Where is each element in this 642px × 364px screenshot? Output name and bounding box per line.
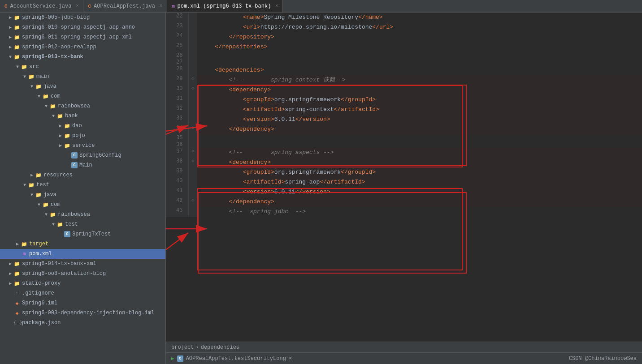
line-content: <version>6.0.11</version> bbox=[197, 187, 642, 197]
tree-item-spring6-012[interactable]: ▶ 📁 spring6-012-aop-realapp bbox=[0, 42, 165, 52]
run-close[interactable]: × bbox=[289, 355, 292, 362]
tree-item-springtxtest[interactable]: C SpringTxTest bbox=[0, 229, 165, 239]
code-line-23: 23 <url>https://repo.spring.io/milestone… bbox=[166, 22, 642, 32]
line-gutter bbox=[188, 187, 197, 197]
tree-item-gitignore[interactable]: ≡ .gitignore bbox=[0, 288, 165, 298]
line-number: 38 bbox=[166, 158, 188, 167]
line-number: 23 bbox=[166, 22, 188, 32]
arrow-icon: ▼ bbox=[36, 94, 42, 99]
tree-item-main-class[interactable]: C Main bbox=[0, 160, 165, 170]
tree-item-com-test[interactable]: ▼ 📁 com bbox=[0, 200, 165, 210]
run-class-icon: C bbox=[177, 355, 183, 362]
folder-icon: 📁 bbox=[42, 94, 49, 99]
line-number: 40 bbox=[166, 177, 188, 187]
tree-item-rainbowsea[interactable]: ▼ 📁 rainbowsea bbox=[0, 101, 165, 111]
code-line-43: 43 <!-- spring jdbc --> bbox=[166, 207, 642, 217]
iml-icon: ◆ bbox=[13, 300, 21, 306]
iml-icon: ◆ bbox=[13, 310, 21, 316]
tree-label: java bbox=[43, 83, 56, 90]
tree-item-spring6iml[interactable]: ◆ Spring6.iml bbox=[0, 298, 165, 308]
code-editor[interactable]: 22 <name>Spring Milestone Repository</na… bbox=[166, 13, 642, 342]
folder-icon: 📁 bbox=[64, 133, 71, 139]
tree-item-test[interactable]: ▼ 📁 test bbox=[0, 180, 165, 190]
tree-item-spring6-010[interactable]: ▶ 📁 spring6-010-spring-aspectj-aop-anno bbox=[0, 22, 165, 32]
tree-item-resources[interactable]: ▶ 📁 resources bbox=[0, 170, 165, 180]
tree-item-dao[interactable]: ▶ 📁 dao bbox=[0, 121, 165, 131]
arrow-icon: ▼ bbox=[50, 222, 56, 227]
tree-item-spring6-005[interactable]: ▶ 📁 spring6-005-jdbc-blog bbox=[0, 13, 165, 22]
tree-item-pojo[interactable]: ▶ 📁 pojo bbox=[0, 131, 165, 141]
line-number: 30 bbox=[166, 85, 188, 95]
tree-item-spring6-003[interactable]: ◆ spring6-003-dependency-injection-blog.… bbox=[0, 308, 165, 318]
folder-icon: 📁 bbox=[13, 15, 21, 21]
tree-item-spring6-oo8[interactable]: ▶ 📁 spring6-oo8-anotation-blog bbox=[0, 269, 165, 278]
run-label: AOPRealAppTest.testSecurityLong bbox=[186, 355, 286, 362]
tree-item-java-test[interactable]: ▼ 📁 java bbox=[0, 190, 165, 200]
tree-item-test-inner[interactable]: ▼ 📁 test bbox=[0, 219, 165, 229]
tab-close[interactable]: × bbox=[160, 4, 162, 9]
tree-label: main bbox=[36, 73, 49, 80]
tree-item-com[interactable]: ▼ 📁 com bbox=[0, 91, 165, 101]
breadcrumb-dependencies[interactable]: dependencies bbox=[201, 344, 239, 351]
tab-accountservice[interactable]: C AccountService.java × bbox=[0, 0, 83, 12]
line-gutter: ◇ bbox=[188, 124, 197, 134]
line-content: <groupId>org.springframework</groupId> bbox=[197, 167, 642, 177]
tree-item-spring6-013[interactable]: ▼ 📁 spring6-013-tx-bank bbox=[0, 52, 165, 62]
tree-label: test bbox=[65, 221, 78, 227]
line-number: 35 bbox=[166, 134, 188, 141]
tree-item-static-proxy[interactable]: ▶ 📁 static-proxy bbox=[0, 278, 165, 288]
java-class-icon: C bbox=[64, 231, 71, 237]
line-gutter bbox=[188, 95, 197, 105]
tree-label: spring6-013-tx-bank bbox=[22, 54, 83, 60]
tree-item-target[interactable]: ▶ 📁 target bbox=[0, 239, 165, 249]
line-content: <dependencies> bbox=[197, 65, 642, 75]
arrow-icon: ▶ bbox=[14, 241, 21, 247]
line-content: <artifactId>spring-aop</artifactId> bbox=[197, 177, 642, 187]
line-gutter: ◇ bbox=[188, 197, 197, 207]
tree-item-spring6config[interactable]: C Spring6Config bbox=[0, 150, 165, 160]
tree-item-src[interactable]: ▼ 📁 src bbox=[0, 62, 165, 72]
folder-icon: 📁 bbox=[21, 241, 28, 247]
tree-label: pom.xml bbox=[29, 251, 52, 257]
line-content: <name>Spring Milestone Repository</name> bbox=[197, 13, 642, 22]
line-gutter bbox=[188, 167, 197, 177]
code-line-42: 42 ◇ </dependency> bbox=[166, 197, 642, 207]
code-line-22: 22 <name>Spring Milestone Repository</na… bbox=[166, 13, 642, 22]
tree-item-spring6-011[interactable]: ▶ 📁 spring6-011-spring-aspectj-aop-xml bbox=[0, 32, 165, 42]
tree-item-main[interactable]: ▼ 📁 main bbox=[0, 72, 165, 81]
code-line-27: 27 bbox=[166, 59, 642, 65]
tree-label: service bbox=[72, 142, 95, 149]
line-gutter: ◇ bbox=[188, 148, 197, 158]
arrow-icon: ▶ bbox=[29, 172, 35, 178]
line-number: 43 bbox=[166, 207, 188, 217]
tree-label: .gitignore bbox=[22, 290, 54, 296]
tree-item-pomxml[interactable]: m pom.xml bbox=[0, 249, 165, 259]
line-gutter bbox=[188, 207, 197, 217]
java-icon: C bbox=[88, 4, 91, 9]
run-triangle-icon: ▶ bbox=[171, 355, 174, 361]
folder-icon: 📁 bbox=[35, 192, 42, 198]
tab-aoprealapptest[interactable]: C AOPRealAppTest.java × bbox=[83, 0, 167, 12]
line-content: <!-- spring context 依赖--> bbox=[197, 75, 642, 85]
line-gutter bbox=[188, 13, 197, 22]
tree-label: Main bbox=[79, 162, 92, 168]
arrow-icon: ▶ bbox=[7, 34, 13, 40]
breadcrumb-project[interactable]: project bbox=[171, 344, 194, 351]
tree-label: spring6-014-tx-bank-xml bbox=[22, 261, 96, 267]
tree-item-package-json[interactable]: { } package.json bbox=[0, 318, 165, 328]
line-gutter bbox=[188, 52, 197, 59]
tab-close[interactable]: × bbox=[76, 4, 78, 9]
line-number: 27 bbox=[166, 59, 188, 65]
code-line-32: 32 <artifactId>spring-context</artifactI… bbox=[166, 105, 642, 115]
tree-item-service[interactable]: ▶ 📁 service bbox=[0, 141, 165, 150]
arrow-icon: ▼ bbox=[36, 202, 42, 207]
tab-close[interactable]: × bbox=[275, 4, 278, 9]
code-line-30: 30 ◇ <dependency> bbox=[166, 85, 642, 95]
tree-item-java[interactable]: ▼ 📁 java bbox=[0, 81, 165, 91]
tab-pomxml[interactable]: m pom.xml (spring6-013-tx-bank) × bbox=[167, 0, 283, 12]
line-number: 22 bbox=[166, 13, 188, 22]
tree-item-bank[interactable]: ▼ 📁 bank bbox=[0, 111, 165, 121]
tree-item-rainbowsea-test[interactable]: ▼ 📁 rainbowsea bbox=[0, 210, 165, 219]
tree-item-spring6-014[interactable]: ▶ 📁 spring6-014-tx-bank-xml bbox=[0, 259, 165, 269]
line-number: 34 bbox=[166, 124, 188, 134]
